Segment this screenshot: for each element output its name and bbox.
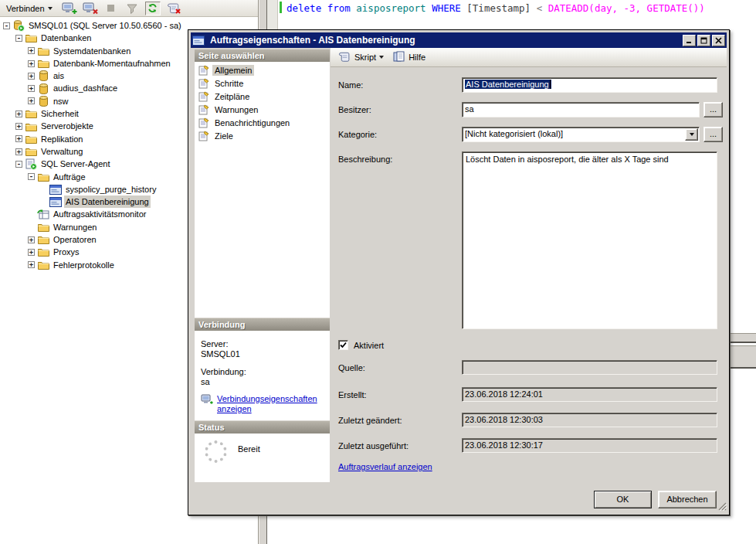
help-icon bbox=[393, 51, 405, 64]
tree-item-label: AIS Datenbereinigung bbox=[64, 196, 151, 208]
status-header: Status bbox=[195, 420, 330, 434]
tree-item-label: syspolicy_purge_history bbox=[64, 183, 158, 196]
page-item-schritte[interactable]: Schritte bbox=[195, 76, 330, 90]
connect-dropdown-label: Verbinden bbox=[6, 4, 45, 13]
folder-icon bbox=[37, 247, 49, 257]
progress-spinner-icon bbox=[205, 440, 227, 463]
tree-item-label: ais bbox=[52, 70, 66, 82]
connection-section: Server: SMSQL01 Verbindung: sa Verbindun… bbox=[195, 331, 330, 420]
dialog-titlebar[interactable]: Auftragseigenschaften - AIS Datenbereini… bbox=[191, 32, 727, 48]
category-select-value: [Nicht kategorisiert (lokal)] bbox=[465, 129, 563, 138]
folder-icon bbox=[25, 33, 37, 42]
dialog-left-column: Seite auswählen AllgemeinSchritteZeitplä… bbox=[195, 49, 330, 482]
collapse-icon[interactable]: - bbox=[3, 22, 10, 29]
expand-icon[interactable]: + bbox=[28, 236, 35, 243]
page-item-zeitpläne[interactable]: Zeitpläne bbox=[195, 90, 330, 103]
database-icon bbox=[37, 96, 49, 107]
category-dropdown-button[interactable] bbox=[685, 128, 698, 141]
name-input[interactable]: AIS Datenbereinigung bbox=[462, 77, 717, 93]
sql-token: [Timestamp] bbox=[466, 2, 536, 14]
sql-token: WHERE bbox=[432, 2, 466, 14]
category-select[interactable]: [Nicht kategorisiert (lokal)] bbox=[462, 127, 700, 142]
page-item-allgemein[interactable]: Allgemein bbox=[195, 63, 330, 76]
pages-header: Seite auswählen bbox=[195, 49, 330, 62]
job-icon bbox=[49, 197, 62, 207]
page-item-ziele[interactable]: Ziele bbox=[195, 129, 330, 142]
editor-change-tracking-bar bbox=[280, 2, 282, 13]
folder-icon bbox=[37, 260, 49, 270]
page-item-label: Allgemein bbox=[212, 65, 254, 76]
server-value: SMSQL01 bbox=[201, 349, 327, 359]
last-executed-field: 23.06.2018 12:30:17 bbox=[462, 438, 717, 453]
script-button-label: Skript bbox=[354, 53, 376, 62]
maximize-button[interactable] bbox=[697, 35, 710, 46]
tree-item-label: SMSQL01 (SQL Server 10.50.6560 - sa) bbox=[27, 19, 183, 32]
property-page-icon bbox=[197, 91, 210, 102]
folder-icon bbox=[37, 46, 49, 56]
expand-icon[interactable]: + bbox=[28, 47, 35, 54]
help-button[interactable]: Hilfe bbox=[390, 49, 429, 66]
collapse-icon[interactable]: - bbox=[15, 35, 22, 42]
filter-icon[interactable] bbox=[124, 2, 140, 15]
category-label: Kategorie: bbox=[338, 130, 377, 139]
expand-icon[interactable]: + bbox=[28, 85, 35, 92]
description-textarea[interactable]: Löscht Daten in aisposreport, die älter … bbox=[462, 151, 717, 329]
ok-button[interactable]: OK bbox=[594, 491, 652, 508]
expand-icon[interactable]: + bbox=[28, 60, 35, 67]
sql-token: aisposreport bbox=[356, 2, 432, 14]
job-history-link[interactable]: Auftragsverlauf anzeigen bbox=[338, 462, 432, 471]
sql-token: delete from bbox=[286, 2, 356, 14]
connection-header: Verbindung bbox=[195, 318, 330, 331]
close-button[interactable] bbox=[712, 35, 725, 46]
collapse-icon[interactable]: - bbox=[28, 173, 35, 180]
stop-icon[interactable] bbox=[103, 2, 119, 15]
property-page-icon bbox=[197, 104, 210, 115]
enabled-checkbox-row: Aktiviert bbox=[338, 340, 384, 350]
page-item-warnungen[interactable]: Warnungen bbox=[195, 103, 330, 116]
page-item-label: Ziele bbox=[212, 131, 236, 141]
database-icon bbox=[37, 70, 49, 81]
page-item-label: Benachrichtigungen bbox=[212, 117, 292, 128]
expand-icon[interactable]: + bbox=[15, 123, 22, 130]
collapse-icon[interactable]: - bbox=[15, 161, 22, 168]
connection-properties-icon bbox=[201, 394, 213, 414]
expand-icon[interactable]: + bbox=[28, 261, 35, 268]
connect-dropdown-button[interactable]: Verbinden bbox=[3, 2, 56, 15]
enabled-checkbox[interactable] bbox=[338, 340, 348, 350]
connection-properties-link[interactable]: Verbindungseigenschaften anzeigen bbox=[217, 394, 324, 414]
checkmark-icon bbox=[340, 342, 347, 348]
connection-label: Verbindung: bbox=[201, 367, 327, 377]
expand-icon[interactable]: + bbox=[28, 73, 35, 80]
script-error-icon[interactable] bbox=[166, 2, 181, 15]
expand-icon[interactable]: + bbox=[15, 148, 22, 155]
last-modified-field: 23.06.2018 12:30:03 bbox=[462, 413, 717, 427]
tree-item-label: Aufträge bbox=[52, 171, 87, 183]
property-page-icon bbox=[197, 65, 210, 76]
expand-icon[interactable]: + bbox=[15, 135, 22, 142]
owner-browse-button[interactable]: ... bbox=[703, 102, 723, 117]
disconnect-icon[interactable] bbox=[83, 2, 98, 15]
dialog-title: Auftragseigenschaften - AIS Datenbereini… bbox=[210, 35, 681, 46]
tree-item-label: Warnungen bbox=[52, 221, 98, 233]
enabled-label: Aktiviert bbox=[354, 341, 384, 350]
page-item-benachrichtigungen[interactable]: Benachrichtigungen bbox=[195, 116, 330, 129]
property-page-icon bbox=[197, 131, 210, 141]
minimize-button[interactable] bbox=[683, 35, 696, 46]
folder-icon bbox=[25, 109, 37, 118]
folder-icon bbox=[25, 122, 37, 131]
created-field: 23.06.2018 12:24:01 bbox=[462, 387, 717, 402]
expand-icon[interactable]: + bbox=[28, 97, 35, 104]
refresh-icon[interactable] bbox=[145, 2, 161, 15]
job-properties-dialog: Auftragseigenschaften - AIS Datenbereini… bbox=[188, 29, 730, 515]
resize-grip[interactable] bbox=[717, 502, 727, 512]
expand-icon[interactable]: + bbox=[28, 249, 35, 256]
owner-input[interactable]: sa bbox=[462, 102, 700, 117]
connect-server-icon[interactable] bbox=[62, 2, 77, 15]
script-button[interactable]: Skript bbox=[335, 49, 387, 66]
expand-icon[interactable]: + bbox=[15, 110, 22, 117]
connection-value: sa bbox=[201, 377, 327, 387]
sql-statement: delete from aisposreport WHERE [Timestam… bbox=[286, 2, 705, 14]
cancel-button[interactable]: Abbrechen bbox=[658, 491, 717, 508]
category-browse-button[interactable]: ... bbox=[703, 127, 723, 142]
job-icon bbox=[192, 36, 205, 46]
